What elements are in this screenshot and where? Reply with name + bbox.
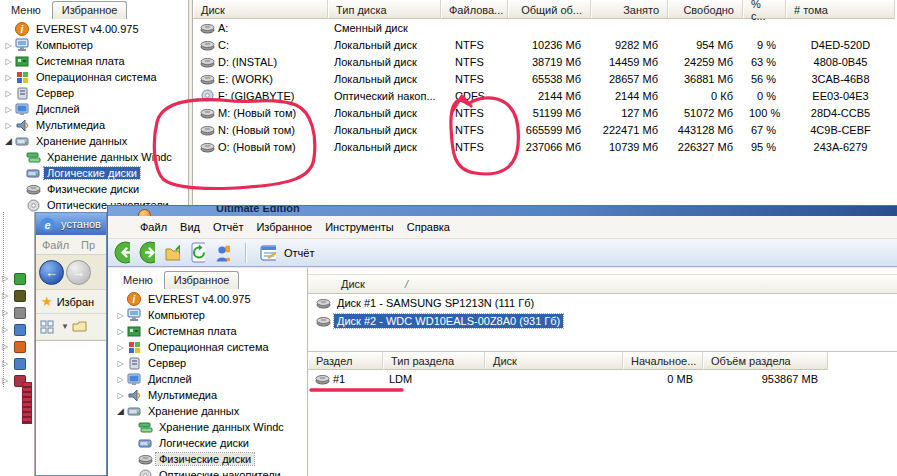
column-header[interactable]: Начальное...: [623, 352, 703, 370]
expander-open-icon[interactable]: ◢: [115, 406, 126, 416]
sidebar-item[interactable]: ▷Компьютер: [0, 37, 189, 53]
expander-closed-icon[interactable]: ▷: [0, 291, 10, 300]
expander-closed-icon[interactable]: ▷: [0, 342, 10, 351]
expander-closed-icon[interactable]: ▷: [115, 327, 126, 336]
sidebar-item[interactable]: ◢Хранение данных: [112, 403, 307, 419]
expander-closed-icon[interactable]: ▷: [3, 41, 14, 50]
front-tab-favorites[interactable]: Избранное: [164, 271, 240, 289]
sidebar-item[interactable]: ▷Мультимедиа: [0, 117, 189, 133]
column-header[interactable]: Общий об...: [508, 0, 591, 19]
menu-item-инструменты[interactable]: Инструменты: [325, 221, 394, 233]
expander-closed-icon[interactable]: ▷: [3, 57, 14, 66]
expander-open-icon[interactable]: ◢: [3, 136, 14, 146]
folder-up-button[interactable]: [164, 246, 183, 260]
column-header[interactable]: Диск: [193, 0, 328, 19]
column-header[interactable]: # тома: [786, 0, 895, 19]
expander-closed-icon[interactable]: ▷: [0, 325, 10, 334]
menu-item-файл[interactable]: Файл: [140, 221, 167, 233]
column-header[interactable]: Раздел: [308, 352, 383, 370]
menu-item-избранное[interactable]: Избранное: [256, 221, 312, 233]
sidebar-item[interactable]: ▷Операционная система: [0, 69, 189, 85]
expander-closed-icon[interactable]: ▷: [3, 73, 14, 82]
expander-closed-icon[interactable]: ▷: [115, 375, 126, 384]
expander-closed-icon[interactable]: ▷: [115, 391, 126, 400]
back-button[interactable]: [114, 246, 133, 260]
ie-back-button[interactable]: ←: [39, 260, 64, 285]
sidebar-item[interactable]: ▷Системная плата: [0, 53, 189, 69]
sidebar-item[interactable]: Физические диски: [112, 451, 307, 467]
front-title-bar[interactable]: Ultimate Edition: [108, 206, 897, 216]
back-tab-menu[interactable]: Меню: [2, 2, 50, 19]
sidebar-item[interactable]: Хранение данных Windc: [112, 419, 307, 435]
users-button[interactable]: [214, 246, 233, 260]
sidebar-item[interactable]: ▷Мультимедиа: [112, 387, 307, 403]
ie-favorites-bar[interactable]: ★ Избран: [36, 289, 106, 313]
expander-closed-icon[interactable]: ▷: [0, 308, 10, 317]
expander-closed-icon[interactable]: ▷: [0, 274, 10, 283]
table-row[interactable]: N: (Новый том)Локальный дискNTFS665599 М…: [193, 121, 897, 138]
partition-row[interactable]: #1LDM0 MB953867 MB: [308, 370, 897, 388]
column-header[interactable]: Тип диска: [328, 0, 441, 19]
menu-item-отчёт[interactable]: Отчёт: [213, 221, 243, 233]
refresh-button[interactable]: [189, 246, 208, 260]
column-header[interactable]: Тип раздела: [383, 352, 485, 370]
back-tab-favorites[interactable]: Избранное: [52, 1, 128, 19]
ie-forward-button[interactable]: →: [66, 260, 91, 285]
cell: Локальный диск: [328, 107, 441, 119]
front-tab-menu[interactable]: Меню: [114, 272, 162, 289]
sidebar-item[interactable]: Логические диски: [112, 435, 307, 451]
column-header[interactable]: Файлова...: [441, 0, 508, 19]
table-row[interactable]: A:Сменный диск: [193, 19, 897, 36]
table-row[interactable]: F: (GIGABYTE)Оптический накоп...CDFS2144…: [193, 87, 897, 104]
tab-icon[interactable]: [72, 320, 88, 334]
expander-closed-icon[interactable]: ▷: [115, 311, 126, 320]
expander-closed-icon[interactable]: ▷: [3, 105, 14, 114]
sidebar-item[interactable]: ▷Сервер: [112, 355, 307, 371]
dropdown-arrow-icon[interactable]: ▼: [61, 322, 69, 331]
sidebar-item[interactable]: iEVEREST v4.00.975: [0, 21, 189, 37]
sidebar-item[interactable]: ▷Дисплей: [112, 371, 307, 387]
sidebar-item[interactable]: ▷Дисплей: [0, 101, 189, 117]
table-row[interactable]: C:Локальный дискNTFS10236 Мб9282 Мб954 М…: [193, 36, 897, 53]
disk-list-row[interactable]: Диск #2 - WDC WD10EALS-00Z8A0 (931 Гб): [308, 312, 897, 330]
sidebar-item[interactable]: Хранение данных Windc: [0, 149, 189, 165]
ie-menu-item[interactable]: Файл: [42, 239, 69, 251]
table-row[interactable]: D: (INSTAL)Локальный дискNTFS38719 Мб144…: [193, 53, 897, 70]
column-header[interactable]: Занято: [591, 0, 668, 19]
table-row[interactable]: O: (Новый том)Локальный дискNTFS237066 М…: [193, 138, 897, 155]
ie-title-bar[interactable]: e установ: [36, 213, 106, 235]
forward-button[interactable]: [139, 246, 158, 260]
expander-closed-icon[interactable]: ▷: [3, 121, 14, 130]
ie-menu-item[interactable]: Пр: [81, 239, 95, 251]
disk-list-header[interactable]: Диск /: [308, 274, 897, 294]
column-header[interactable]: % с...: [743, 0, 786, 19]
drive-label: O: (Новый том): [218, 141, 296, 153]
report-button[interactable]: Отчёт: [254, 244, 320, 262]
sidebar-item[interactable]: Физические диски: [0, 181, 189, 197]
column-header[interactable]: Свободно: [668, 0, 743, 19]
disk-list-row[interactable]: Диск #1 - SAMSUNG SP1213N (111 Гб): [308, 294, 897, 312]
table-row[interactable]: M: (Новый том)Локальный дискNTFS51199 Мб…: [193, 104, 897, 121]
menu-item-вид[interactable]: Вид: [180, 221, 200, 233]
expander-closed-icon[interactable]: ▷: [0, 376, 10, 385]
cell: 665599 Мб: [508, 124, 591, 136]
sidebar-item[interactable]: iEVEREST v4.00.975: [112, 291, 307, 307]
table-row[interactable]: E: (WORK)Локальный дискNTFS65538 Мб28657…: [193, 70, 897, 87]
sidebar-item[interactable]: ▷Системная плата: [112, 323, 307, 339]
sidebar-item[interactable]: ▷Компьютер: [112, 307, 307, 323]
sidebar-item[interactable]: Логические диски: [0, 165, 189, 181]
quick-tabs-icon[interactable]: [39, 320, 55, 334]
expander-closed-icon[interactable]: ▷: [115, 343, 126, 352]
menu-item-справка[interactable]: Справка: [407, 221, 450, 233]
cell: 953867 MB: [703, 373, 828, 385]
column-header[interactable]: Объём раздела: [703, 352, 828, 370]
expander-closed-icon[interactable]: ▷: [0, 359, 10, 368]
display-icon: [126, 372, 142, 386]
expander-closed-icon[interactable]: ▷: [115, 359, 126, 368]
sidebar-item[interactable]: Оптические накопители: [112, 467, 307, 476]
sidebar-item[interactable]: ◢Хранение данных: [0, 133, 189, 149]
sidebar-item[interactable]: ▷Сервер: [0, 85, 189, 101]
column-header[interactable]: Диск: [485, 352, 623, 370]
sidebar-item[interactable]: ▷Операционная система: [112, 339, 307, 355]
expander-closed-icon[interactable]: ▷: [3, 89, 14, 98]
